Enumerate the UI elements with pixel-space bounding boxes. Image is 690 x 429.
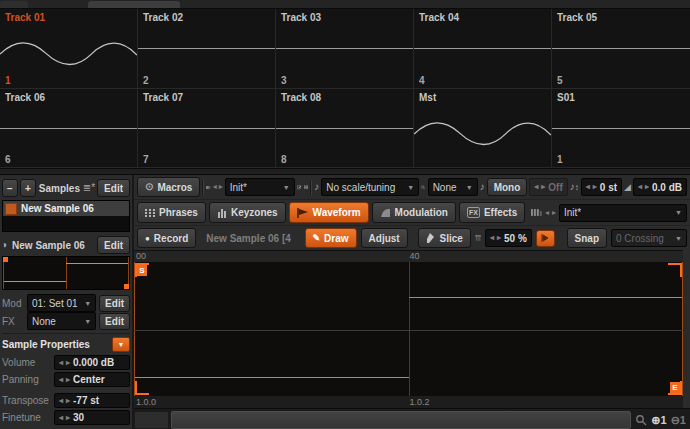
macros-button[interactable]: ⊙ Macros bbox=[137, 177, 200, 197]
snap-button[interactable]: Snap bbox=[567, 228, 607, 248]
tab-phrases[interactable]: Phrases bbox=[137, 202, 206, 223]
scope-track-06[interactable]: Track 06 6 bbox=[0, 89, 138, 169]
scope-track-master[interactable]: Mst bbox=[414, 89, 552, 169]
spin-right-icon[interactable]: ▸ bbox=[593, 183, 597, 191]
preview-start-marker[interactable] bbox=[3, 257, 8, 262]
spin-right-icon[interactable]: ▸ bbox=[645, 183, 649, 191]
scope-track-07[interactable]: Track 07 7 bbox=[138, 89, 276, 169]
samples-edit-button[interactable]: Edit bbox=[97, 179, 130, 197]
zero-axis-line bbox=[134, 330, 683, 331]
scale-select[interactable]: No scale/tuning ▼ bbox=[321, 178, 419, 196]
transpose-stepper[interactable]: ◂ ▸ -77 st bbox=[54, 393, 130, 408]
scrollbar-thumb[interactable] bbox=[171, 411, 631, 429]
scope-track-03[interactable]: Track 03 3 bbox=[276, 9, 414, 89]
spin-right-icon[interactable]: ▸ bbox=[497, 234, 501, 242]
instrument-preset-select[interactable]: Init* ▼ bbox=[225, 178, 295, 196]
scope-track-04[interactable]: Track 04 4 bbox=[414, 9, 552, 89]
spin-right-icon[interactable]: ▸ bbox=[66, 359, 70, 367]
scope-track-label: Track 07 bbox=[143, 92, 183, 103]
sample-edit-button[interactable]: Edit bbox=[97, 236, 130, 254]
finetune-stepper[interactable]: ◂ ▸ 30 bbox=[54, 410, 130, 425]
mono-button[interactable]: Mono bbox=[487, 178, 528, 196]
slice-button[interactable]: Slice bbox=[418, 228, 470, 248]
scope-track-number: 8 bbox=[281, 154, 287, 165]
fx-badge-icon: FX bbox=[467, 207, 480, 218]
scrollbar-left-segment[interactable] bbox=[134, 411, 169, 429]
zoom-out-button[interactable]: ⊖1 bbox=[671, 414, 686, 427]
tab-waveform[interactable]: Waveform bbox=[289, 202, 369, 223]
spin-left-icon[interactable]: ◂ bbox=[59, 359, 63, 367]
scope-track-02[interactable]: Track 02 2 bbox=[138, 9, 276, 89]
preset-next-icon[interactable]: ▸ bbox=[552, 209, 556, 217]
spin-right-icon[interactable]: ▸ bbox=[541, 183, 545, 191]
slice-apply-button[interactable] bbox=[536, 230, 555, 247]
mod-edit-button[interactable]: Edit bbox=[99, 295, 130, 312]
adjust-tool-button[interactable]: Adjust bbox=[361, 228, 408, 248]
mod-set-select[interactable]: 01: Set 01 ▼ bbox=[27, 294, 96, 312]
fx-chain-select[interactable]: None ▼ bbox=[27, 312, 96, 330]
spin-left-icon[interactable]: ◂ bbox=[534, 183, 538, 191]
spin-left-icon[interactable]: ◂ bbox=[490, 234, 494, 242]
draw-tool-button[interactable]: ✎ Draw bbox=[305, 228, 357, 248]
spin-left-icon[interactable]: ◂ bbox=[586, 183, 590, 191]
waveform-preset-select[interactable]: Init* ▼ bbox=[559, 204, 687, 222]
fx-edit-button[interactable]: Edit bbox=[99, 313, 130, 330]
panning-stepper[interactable]: ◂ ▸ Center bbox=[54, 372, 130, 387]
scale-key-select[interactable]: None ▼ bbox=[428, 178, 478, 196]
properties-collapse-button[interactable]: ▼ bbox=[112, 337, 130, 352]
zoom-search-icon[interactable] bbox=[635, 414, 647, 426]
note-icon: ♪ bbox=[314, 182, 319, 192]
top-tab[interactable] bbox=[0, 1, 28, 8]
spin-left-icon[interactable]: ◂ bbox=[59, 376, 63, 384]
remove-sample-button[interactable]: − bbox=[2, 179, 18, 197]
fx-chain-row: FX None ▼ Edit bbox=[2, 312, 130, 330]
scope-track-05[interactable]: Track 05 5 bbox=[552, 9, 690, 89]
waveform-ruler[interactable]: 00 40 bbox=[134, 250, 683, 262]
save-icon[interactable] bbox=[304, 181, 309, 193]
waveform-canvas[interactable]: S E bbox=[134, 262, 683, 396]
end-marker-flag[interactable]: E bbox=[670, 382, 680, 393]
scope-track-label: S01 bbox=[557, 92, 575, 103]
tab-modulation[interactable]: Modulation bbox=[372, 202, 456, 223]
selection-corner-bottom-left[interactable] bbox=[135, 381, 149, 395]
preview-wave-right bbox=[66, 263, 128, 264]
sample-list[interactable]: New Sample 06 bbox=[2, 200, 130, 232]
spin-left-icon[interactable]: ◂ bbox=[59, 414, 63, 422]
glide-stepper[interactable]: ◂ ▸ Off bbox=[529, 178, 567, 196]
snap-mode-select[interactable]: 0 Crossing ▼ bbox=[611, 229, 687, 247]
tab-effects[interactable]: FX Effects bbox=[459, 202, 525, 223]
pencil-icon: ✎ bbox=[313, 233, 321, 243]
scope-track-send-01[interactable]: S01 1 bbox=[552, 89, 690, 169]
scope-track-08[interactable]: Track 08 8 bbox=[276, 89, 414, 169]
tab-keyzones[interactable]: Keyzones bbox=[209, 202, 286, 223]
slice-sensitivity-stepper[interactable]: ◂ ▸ 50 % bbox=[485, 229, 532, 247]
scope-track-01[interactable]: Track 01 1 bbox=[0, 9, 138, 89]
preview-end-marker[interactable] bbox=[124, 284, 129, 289]
top-tab-active[interactable] bbox=[88, 1, 180, 8]
rename-icon[interactable] bbox=[297, 181, 302, 193]
add-sample-button[interactable]: + bbox=[20, 179, 36, 197]
samples-panel-title: Samples bbox=[38, 183, 81, 194]
instrument-toolbar: ⊙ Macros ◂ ▸ Init* ▼ ♪ No scale/tuning ▼ bbox=[134, 175, 690, 199]
sample-list-options-icon[interactable]: ≣* bbox=[83, 183, 95, 193]
spin-left-icon[interactable]: ◂ bbox=[59, 397, 63, 405]
spin-right-icon[interactable]: ▸ bbox=[66, 397, 70, 405]
zoom-in-button[interactable]: ⊕1 bbox=[651, 414, 666, 427]
sample-preview[interactable] bbox=[2, 256, 130, 290]
instrument-volume-stepper[interactable]: ◂ ▸ 0.0 dB bbox=[633, 178, 687, 196]
sample-list-item-selected[interactable]: New Sample 06 bbox=[3, 201, 129, 216]
preset-prev-icon[interactable]: ◂ bbox=[213, 183, 217, 191]
preset-next-icon[interactable]: ▸ bbox=[219, 183, 223, 191]
sample-edit-label: Edit bbox=[104, 240, 123, 251]
chevron-down-icon: ▼ bbox=[466, 184, 473, 191]
selection-corner-top-right[interactable] bbox=[668, 263, 682, 277]
volume-stepper[interactable]: ◂ ▸ 0.000 dB bbox=[54, 355, 130, 370]
spin-right-icon[interactable]: ▸ bbox=[66, 414, 70, 422]
start-marker-flag[interactable]: S bbox=[137, 265, 147, 276]
instrument-transpose-stepper[interactable]: ◂ ▸ 0 st bbox=[581, 178, 622, 196]
preset-prev-icon[interactable]: ◂ bbox=[545, 209, 549, 217]
spin-left-icon[interactable]: ◂ bbox=[638, 183, 642, 191]
slice-markers-icon[interactable] bbox=[475, 232, 481, 244]
spin-right-icon[interactable]: ▸ bbox=[66, 376, 70, 384]
record-button[interactable]: ● Record bbox=[137, 228, 196, 248]
